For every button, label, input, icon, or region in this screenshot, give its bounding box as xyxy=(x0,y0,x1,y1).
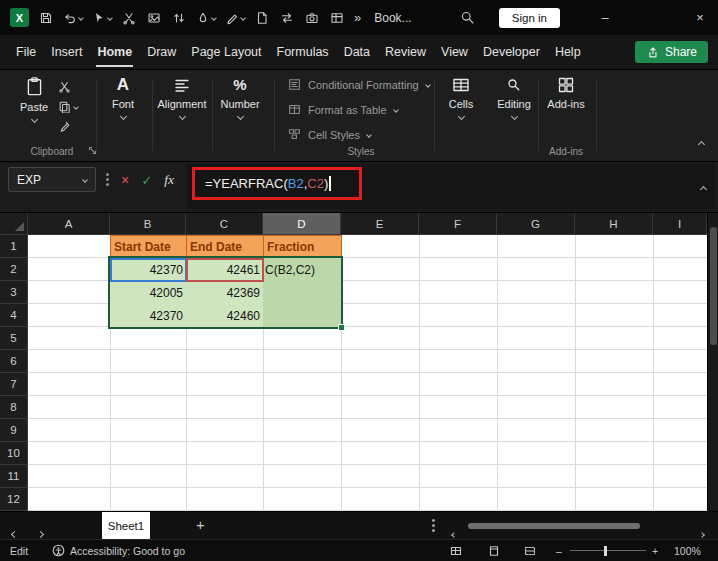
share-button[interactable]: Share xyxy=(635,41,708,63)
tab-file[interactable]: File xyxy=(16,45,36,59)
tab-insert[interactable]: Insert xyxy=(51,45,82,59)
tab-formulas[interactable]: Formulas xyxy=(277,45,329,59)
enter-button[interactable]: ✓ xyxy=(137,170,157,190)
tab-draw[interactable]: Draw xyxy=(147,45,176,59)
horizontal-scrollbar-thumb[interactable] xyxy=(468,523,640,529)
pointer-mode-icon[interactable] xyxy=(92,9,112,27)
tab-review[interactable]: Review xyxy=(385,45,426,59)
tab-data[interactable]: Data xyxy=(344,45,370,59)
format-as-table-button[interactable]: Format as Table xyxy=(288,103,398,116)
cut-button[interactable] xyxy=(58,80,71,93)
format-painter-button[interactable] xyxy=(58,120,71,133)
row-header-9[interactable]: 9 xyxy=(0,419,28,442)
row-header-8[interactable]: 8 xyxy=(0,396,28,419)
font-color-icon[interactable] xyxy=(225,9,245,27)
sheet-tab-sheet1[interactable]: Sheet1 xyxy=(102,512,150,540)
column-header-e[interactable]: E xyxy=(341,213,419,235)
row-header-4[interactable]: 4 xyxy=(0,304,28,327)
formula-bar-expand-button[interactable] xyxy=(701,178,706,196)
row-header-3[interactable]: 3 xyxy=(0,281,28,304)
sheet-options-dots-icon[interactable] xyxy=(432,524,435,527)
copy-button[interactable] xyxy=(58,100,78,113)
cut-icon[interactable] xyxy=(121,9,137,27)
cell-styles-button[interactable]: Cell Styles xyxy=(288,128,371,141)
vertical-scrollbar[interactable] xyxy=(707,213,718,511)
row-header-12[interactable]: 12 xyxy=(0,488,28,511)
save-icon[interactable] xyxy=(38,9,54,27)
minimize-button[interactable]: – xyxy=(595,10,615,25)
alignment-group-button[interactable]: Alignment xyxy=(156,76,208,119)
font-group-button[interactable]: A Font xyxy=(100,76,146,119)
page-layout-view-button[interactable] xyxy=(488,540,500,561)
fill-color-dropdown-icon[interactable] xyxy=(211,15,217,21)
fill-color-icon[interactable] xyxy=(196,9,216,27)
sort-icon[interactable] xyxy=(171,9,187,27)
insert-function-button[interactable]: fx xyxy=(159,170,179,190)
pointer-mode-dropdown-icon[interactable] xyxy=(107,15,113,21)
copy-dropdown-icon[interactable] xyxy=(73,104,79,110)
row-header-10[interactable]: 10 xyxy=(0,442,28,465)
zoom-slider-thumb[interactable] xyxy=(604,546,607,556)
zoom-out-button[interactable]: – xyxy=(556,540,562,561)
sign-in-button[interactable]: Sign in xyxy=(499,8,560,28)
zoom-slider-track[interactable] xyxy=(570,550,646,551)
column-header-i[interactable]: I xyxy=(653,213,707,235)
tab-developer[interactable]: Developer xyxy=(483,45,540,59)
tab-page-layout[interactable]: Page Layout xyxy=(191,45,261,59)
row-header-5[interactable]: 5 xyxy=(0,327,28,350)
select-all-corner[interactable] xyxy=(0,213,28,235)
fill-handle[interactable] xyxy=(338,324,345,331)
format-as-table-dropdown-icon[interactable] xyxy=(393,107,399,113)
page-break-view-button[interactable] xyxy=(524,540,536,561)
column-header-b[interactable]: B xyxy=(110,213,186,235)
new-document-icon[interactable] xyxy=(254,9,270,27)
paste-button[interactable]: Paste xyxy=(12,76,56,122)
normal-view-button[interactable] xyxy=(450,540,462,561)
column-header-c[interactable]: C xyxy=(186,213,263,235)
tab-view[interactable]: View xyxy=(441,45,468,59)
tab-help[interactable]: Help xyxy=(555,45,581,59)
picture-icon[interactable] xyxy=(146,9,162,27)
row-header-2[interactable]: 2 xyxy=(0,258,28,281)
tab-home[interactable]: Home xyxy=(97,45,132,59)
name-box[interactable]: EXP xyxy=(8,167,96,192)
column-header-h[interactable]: H xyxy=(575,213,653,235)
column-header-d[interactable]: D xyxy=(263,213,341,235)
editing-group-button[interactable]: Editing xyxy=(490,76,538,119)
number-group-button[interactable]: % Number xyxy=(216,76,264,119)
cells-group-button[interactable]: Cells xyxy=(438,76,484,119)
zoom-level[interactable]: 100% xyxy=(674,540,701,561)
vertical-scrollbar-thumb[interactable] xyxy=(710,227,717,345)
row-header-11[interactable]: 11 xyxy=(0,465,28,488)
zoom-in-button[interactable]: + xyxy=(652,540,658,561)
row-header-7[interactable]: 7 xyxy=(0,373,28,396)
alignment-dropdown-icon[interactable] xyxy=(178,113,185,120)
paste-dropdown-icon[interactable] xyxy=(30,116,37,123)
formula-bar-drag-dots-icon[interactable] xyxy=(106,178,109,181)
accessibility-status[interactable]: Accessibility: Good to go xyxy=(70,540,185,561)
undo-icon[interactable] xyxy=(63,9,83,27)
table-icon[interactable] xyxy=(329,9,345,27)
qat-overflow-icon[interactable]: » xyxy=(354,10,361,25)
cancel-button[interactable]: × xyxy=(115,170,135,190)
camera-icon[interactable] xyxy=(304,9,320,27)
collapse-ribbon-button[interactable] xyxy=(699,133,704,151)
switch-windows-icon[interactable] xyxy=(279,9,295,27)
font-dropdown-icon[interactable] xyxy=(119,113,126,120)
editing-dropdown-icon[interactable] xyxy=(510,113,517,120)
row-header-6[interactable]: 6 xyxy=(0,350,28,373)
column-header-a[interactable]: A xyxy=(28,213,110,235)
row-header-1[interactable]: 1 xyxy=(0,235,28,258)
conditional-formatting-dropdown-icon[interactable] xyxy=(425,82,431,88)
conditional-formatting-button[interactable]: Conditional Formatting xyxy=(288,78,430,91)
excel-logo-icon[interactable]: X xyxy=(10,8,29,27)
addins-button[interactable]: Add-ins xyxy=(542,76,590,110)
close-button[interactable]: × xyxy=(690,10,710,25)
column-header-f[interactable]: F xyxy=(419,213,497,235)
number-dropdown-icon[interactable] xyxy=(236,113,243,120)
name-box-dropdown-icon[interactable] xyxy=(82,177,88,183)
search-icon[interactable] xyxy=(460,9,476,27)
add-sheet-button[interactable]: + xyxy=(196,516,205,533)
font-color-dropdown-icon[interactable] xyxy=(240,15,246,21)
column-header-g[interactable]: G xyxy=(497,213,575,235)
